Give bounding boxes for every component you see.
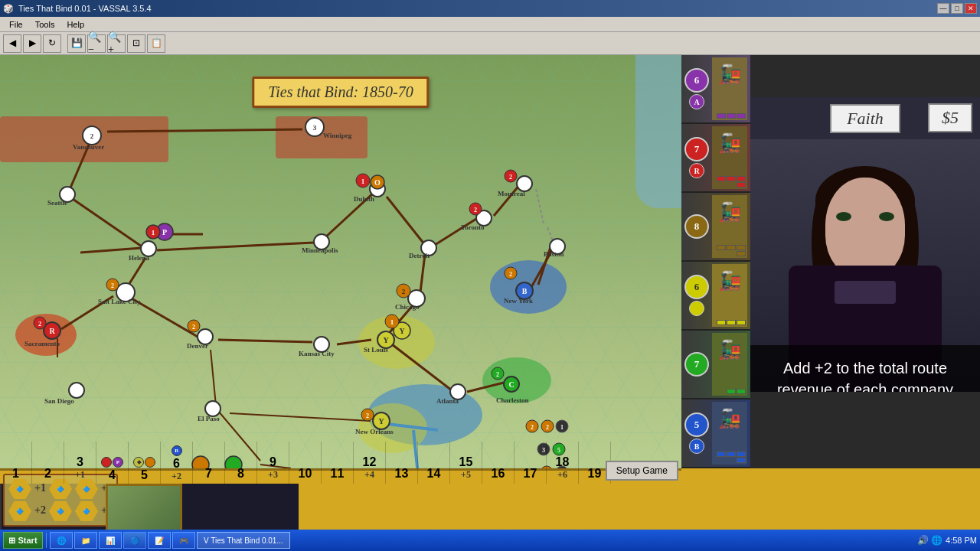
forward-button[interactable]: ▶ — [23, 34, 41, 53]
city-label-stlouis: St Louis — [364, 346, 388, 354]
score-cell-2: 2 — [32, 442, 64, 484]
refresh-button[interactable]: ↻ — [43, 34, 61, 53]
zoom-in-button[interactable]: 🔍+ — [107, 34, 126, 53]
bonus-2a: +2 — [34, 501, 46, 521]
city-label-detroit: Detroit — [409, 252, 430, 259]
city-label-neworleans: New Orleans — [355, 428, 394, 435]
city-label-winnipeg: Winnipeg — [323, 132, 351, 139]
score-cell-3: 3 +1 — [64, 442, 96, 484]
close-button[interactable]: ✕ — [965, 3, 977, 14]
city-label-atlanta: Atlanta — [436, 397, 459, 405]
main-area: Ties that Bind: 1850-70 — [0, 55, 980, 551]
sys-tray-icons: 🔊 🌐 — [917, 535, 942, 546]
score-cell-9: 9 +3 — [257, 442, 289, 484]
sys-tray: 🔊 🌐 4:58 PM — [917, 535, 977, 546]
card-row-2: 🔷 +2 🔷 🔷 +3 — [8, 501, 113, 521]
portrait-area: Faith $5 — [750, 97, 980, 392]
start-button[interactable]: ⊞ Start — [3, 532, 43, 549]
menubar: File Tools Help — [0, 17, 980, 32]
clock: 4:58 PM — [946, 536, 977, 545]
token-blue-score: B — [172, 445, 182, 456]
score-cell-4: P 4 — [96, 442, 129, 484]
menu-tools[interactable]: Tools — [29, 20, 61, 29]
score-cell-13: 13 — [386, 442, 418, 484]
city-label-seattle: Seattle — [47, 199, 67, 207]
restore-button[interactable]: □ — [951, 3, 963, 14]
track-card-1: 6 A 🚂 — [681, 55, 750, 124]
city-label-charleston: Charleston — [496, 396, 529, 404]
city-label-vancouver: Vancouver — [73, 143, 104, 151]
taskbar-excel[interactable]: 📊 — [99, 532, 122, 549]
score-cell-11: 11 — [322, 442, 354, 484]
score-cell-18: 18 +6 — [547, 442, 579, 484]
zoom-out-button[interactable]: 🔍− — [87, 34, 106, 53]
score-cell-6: B 6 +2 — [161, 442, 193, 484]
city-label-sandiego: San Diego — [44, 397, 74, 405]
city-label-boston: Boston — [544, 250, 564, 258]
city-label-newyork: New York — [504, 297, 533, 305]
city-label-chicago: Chicago — [395, 303, 420, 311]
taskbar-game1[interactable]: 🎮 — [172, 532, 195, 549]
score-cell-8: 8 — [225, 442, 257, 484]
score-cell-15: 15 +5 — [450, 442, 482, 484]
setup-game-button[interactable]: Setup Game — [606, 461, 678, 481]
bottom-info: 🔷 +1 🔷 🔷 +2 🔷 +2 — [0, 468, 681, 484]
track-card-5: 7 🚂 — [681, 331, 750, 399]
taskbar: ⊞ Start 🌐 📁 📊 🔵 📝 🎮 V Ties That Bind 0.0… — [0, 530, 980, 551]
minimize-button[interactable]: — — [937, 3, 949, 14]
menu-help[interactable]: Help — [60, 20, 90, 29]
zoom-fit-button[interactable]: ⊡ — [127, 34, 145, 53]
back-button[interactable]: ◀ — [3, 34, 21, 53]
city-label-montreal: Montreal — [498, 190, 525, 197]
game-area: Ties that Bind: 1850-70 — [0, 55, 980, 468]
token-red-score — [101, 457, 112, 468]
score-track: 1 2 3 +1 P 4 — [0, 442, 681, 484]
toolbar: ◀ ▶ ↻ 💾 🔍− 🔍+ ⊡ 📋 — [0, 32, 980, 55]
faith-header: Faith $5 — [750, 97, 980, 139]
track-cards: 6 A 🚂 7 R — [681, 55, 750, 468]
taskbar-folder[interactable]: 📁 — [74, 532, 97, 549]
city-label-sacramento: Sacramento — [24, 340, 60, 347]
titlebar-controls[interactable]: — □ ✕ — [937, 3, 977, 14]
track-card-4: 6 🚂 — [681, 262, 750, 331]
properties-button[interactable]: 📋 — [147, 34, 165, 53]
app-icon: 🎲 — [3, 4, 14, 14]
track-badge-1: 6 — [684, 68, 709, 93]
score-cell-12: 12 +4 — [354, 442, 386, 484]
token-purple-score: P — [113, 457, 123, 468]
score-cell-16: 16 — [482, 442, 514, 484]
right-panel: 6 A 🚂 7 R — [681, 55, 980, 468]
game-title: Ties that Bind: 1850-70 — [252, 77, 429, 108]
city-label-toronto: Toronto — [461, 223, 485, 231]
menu-file[interactable]: File — [3, 20, 29, 29]
track-letter-1: A — [689, 94, 704, 109]
overlay-text: Add +2 to the total route revenue of eac… — [750, 345, 980, 392]
city-label-duluth: Duluth — [354, 195, 374, 203]
hex-card-2a: 🔷 — [8, 501, 31, 521]
save-button[interactable]: 💾 — [67, 34, 86, 53]
track-card-3: 8 🚂 — [681, 193, 750, 262]
score-cell-17: 17 — [514, 442, 547, 484]
city-label-denver: Denver — [187, 342, 208, 350]
faith-label: Faith — [830, 104, 900, 133]
city-label-elpaso: El Paso — [198, 415, 220, 422]
character-portrait: Add +2 to the total route revenue of eac… — [750, 139, 980, 392]
token-yellow-score: ◆ — [133, 457, 144, 468]
score-cell-1: 1 — [0, 442, 32, 484]
score-cell-10: 10 — [289, 442, 322, 484]
money-label: $5 — [928, 103, 972, 132]
city-label-saltlakecity: Salt Lake City — [98, 298, 141, 305]
taskbar-game2[interactable]: V Ties That Bind 0.01... — [197, 532, 290, 549]
token-orange-score — [145, 457, 155, 468]
taskbar-chrome[interactable]: 🔵 — [123, 532, 146, 549]
city-label-kansascity: Kansas City — [299, 350, 335, 357]
taskbar-ie[interactable]: 🌐 — [50, 532, 73, 549]
score-cell-14: 14 — [418, 442, 450, 484]
score-cell-5: ◆ 5 — [129, 442, 161, 484]
window-title: Ties That Bind 0.01 - VASSAL 3.5.4 — [18, 4, 152, 13]
hex-card-2b: 🔷 — [49, 501, 72, 521]
titlebar: 🎲 Ties That Bind 0.01 - VASSAL 3.5.4 — □… — [0, 0, 980, 17]
taskbar-notepad[interactable]: 📝 — [148, 532, 171, 549]
map-area[interactable]: Ties that Bind: 1850-70 — [0, 55, 681, 468]
titlebar-left: 🎲 Ties That Bind 0.01 - VASSAL 3.5.4 — [3, 4, 152, 14]
